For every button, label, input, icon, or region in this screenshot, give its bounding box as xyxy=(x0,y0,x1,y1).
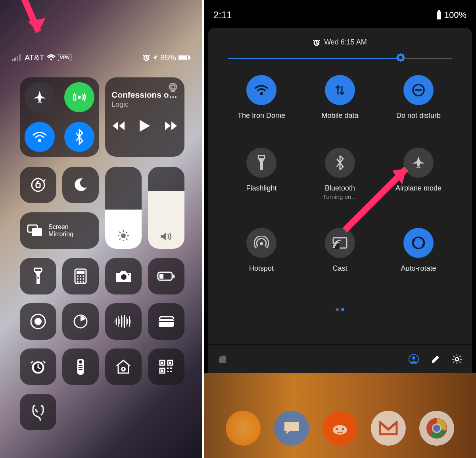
svg-rect-0 xyxy=(12,59,13,61)
airplay-icon[interactable] xyxy=(168,83,178,92)
svg-point-40 xyxy=(128,274,129,275)
qr-icon xyxy=(159,360,173,374)
airplane-icon xyxy=(32,90,47,105)
qs-footer xyxy=(208,344,472,373)
svg-point-110 xyxy=(342,428,344,430)
dock-app-reddit[interactable] xyxy=(322,411,357,446)
volume-slider[interactable] xyxy=(148,167,184,249)
svg-point-94 xyxy=(333,246,335,248)
dock-app-flare[interactable] xyxy=(226,411,261,446)
svg-rect-49 xyxy=(118,316,119,327)
svg-rect-73 xyxy=(169,362,171,364)
svg-rect-58 xyxy=(159,319,174,327)
svg-line-23 xyxy=(126,239,127,240)
android-quick-settings: 2:11 100% Wed 6:15 AM The Iron Dome Mobi… xyxy=(204,0,476,458)
remote-tile[interactable] xyxy=(62,348,99,385)
flashlight-toggle[interactable] xyxy=(246,148,276,178)
home-tile[interactable] xyxy=(105,348,142,385)
svg-rect-78 xyxy=(167,371,169,372)
svg-rect-48 xyxy=(116,318,117,325)
camera-tile[interactable] xyxy=(105,258,142,294)
data-toggle[interactable] xyxy=(325,75,355,105)
bluetooth-toggle[interactable] xyxy=(325,148,355,178)
battery-percentage: 85% xyxy=(160,53,176,62)
antenna-icon xyxy=(71,89,87,105)
next-alarm[interactable]: Wed 6:15 AM xyxy=(208,38,472,46)
cellular-toggle[interactable] xyxy=(64,82,94,112)
home-dock xyxy=(204,406,476,450)
svg-point-91 xyxy=(260,242,263,245)
svg-rect-82 xyxy=(437,12,441,19)
alarm-clock-icon xyxy=(30,359,46,375)
forward-button[interactable] xyxy=(165,121,177,130)
hotspot-toggle[interactable] xyxy=(246,228,276,258)
bluetooth-toggle[interactable] xyxy=(64,122,94,152)
annotation-arrow xyxy=(0,0,54,52)
dock-app-messages[interactable] xyxy=(274,411,309,446)
rotation-lock-icon xyxy=(29,176,47,194)
svg-rect-57 xyxy=(131,319,131,323)
svg-rect-90 xyxy=(258,156,265,159)
qs-tile-wifi: The Iron Dome xyxy=(226,75,297,120)
svg-rect-71 xyxy=(161,362,163,364)
svg-point-86 xyxy=(399,56,402,59)
bluetooth-icon xyxy=(75,129,84,145)
do-not-disturb-toggle[interactable] xyxy=(62,167,99,203)
svg-rect-59 xyxy=(159,321,174,322)
battery-icon xyxy=(178,55,190,60)
screen-recording-tile[interactable] xyxy=(20,303,56,340)
airplane-toggle[interactable] xyxy=(25,82,55,112)
svg-rect-69 xyxy=(123,368,124,370)
voice-memos-tile[interactable] xyxy=(105,303,142,340)
media-artist: Logic xyxy=(111,100,178,109)
svg-point-64 xyxy=(79,360,82,364)
wifi-toggle[interactable] xyxy=(246,75,276,105)
svg-point-38 xyxy=(83,281,84,283)
svg-point-99 xyxy=(455,358,459,361)
svg-rect-105 xyxy=(459,361,461,362)
orientation-lock-toggle[interactable] xyxy=(20,167,56,203)
svg-rect-8 xyxy=(189,56,190,59)
media-card[interactable]: Confessions of a... Logic xyxy=(105,77,184,157)
svg-point-34 xyxy=(80,278,81,280)
svg-point-37 xyxy=(80,281,81,283)
rotate-toggle[interactable] xyxy=(403,228,434,258)
svg-point-98 xyxy=(412,356,415,360)
svg-rect-56 xyxy=(129,316,130,327)
qs-label: Bluetooth xyxy=(323,184,357,192)
brightness-slider[interactable] xyxy=(105,167,142,249)
hearing-tile[interactable] xyxy=(20,394,56,430)
qs-label: Mobile data xyxy=(321,112,358,120)
svg-rect-107 xyxy=(459,355,461,357)
connectivity-card xyxy=(20,77,99,157)
screen-mirroring-button[interactable]: Screen Mirroring xyxy=(20,212,99,249)
flashlight-tile[interactable] xyxy=(20,258,56,294)
wallet-tile[interactable] xyxy=(148,303,184,340)
airplane-toggle[interactable] xyxy=(403,148,434,178)
svg-rect-54 xyxy=(126,317,127,326)
dock-app-gmail[interactable] xyxy=(371,411,406,446)
calculator-tile[interactable] xyxy=(62,258,99,294)
home-icon xyxy=(115,359,132,375)
svg-rect-66 xyxy=(79,367,83,368)
record-icon xyxy=(30,313,46,330)
brightness-thumb[interactable] xyxy=(396,53,405,62)
brightness-slider[interactable] xyxy=(228,57,452,60)
ios-control-center: AT&T VPN 85% xyxy=(0,0,202,458)
wifi-toggle[interactable] xyxy=(25,122,55,152)
edit-icon[interactable] xyxy=(431,354,440,364)
svg-rect-67 xyxy=(79,369,83,370)
location-icon xyxy=(152,54,158,61)
svg-point-35 xyxy=(83,278,84,280)
user-icon[interactable] xyxy=(409,354,419,364)
low-power-tile[interactable] xyxy=(148,258,184,294)
timer-tile[interactable] xyxy=(62,303,99,340)
cast-toggle[interactable] xyxy=(325,228,355,258)
qr-code-tile[interactable] xyxy=(148,348,184,385)
play-button[interactable] xyxy=(140,120,150,132)
settings-icon[interactable] xyxy=(452,354,462,364)
alarm-tile[interactable] xyxy=(20,348,56,385)
rewind-button[interactable] xyxy=(113,121,125,130)
dnd-toggle[interactable] xyxy=(403,75,434,105)
dock-app-chrome[interactable] xyxy=(419,411,454,446)
